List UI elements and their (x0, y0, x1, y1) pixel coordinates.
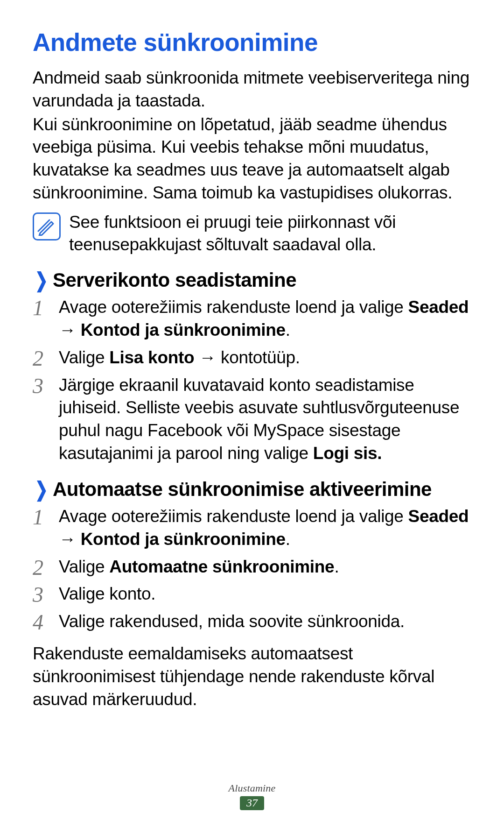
page-footer: Alustamine 37 (0, 782, 504, 810)
section-2-header: ❯ Automaatse sünkroonimise aktiveerimine (33, 478, 471, 501)
step-text: Valige konto. (59, 584, 155, 603)
bold-text: Lisa konto (109, 348, 194, 367)
note-callout: See funktsioon ei pruugi teie piirkonnas… (33, 211, 471, 256)
list-item: Järgige ekraanil kuvatavaid konto seadis… (33, 374, 471, 465)
list-item: Avage ooterežiimis rakenduste loend ja v… (33, 505, 471, 551)
step-text: Avage ooterežiimis rakenduste loend ja v… (59, 507, 408, 526)
step-text: . (286, 320, 290, 339)
step-text: . (286, 530, 290, 549)
bold-text: Seaded (408, 507, 469, 526)
page-title: Andmete sünkroonimine (33, 28, 471, 57)
list-item: Valige Lisa konto → kontotüüp. (33, 346, 471, 369)
note-text: See funktsioon ei pruugi teie piirkonnas… (69, 211, 471, 256)
arrow-text: → (59, 530, 81, 549)
step-text: Valige (59, 557, 109, 576)
arrow-text: → (194, 348, 221, 367)
list-item: Valige konto. (33, 583, 471, 606)
intro-paragraph-2: Kui sünkroonimine on lõpetatud, jääb sea… (33, 113, 471, 205)
section-2-steps: Avage ooterežiimis rakenduste loend ja v… (33, 505, 471, 633)
section-1-heading: Serverikonto seadistamine (53, 269, 296, 291)
intro-paragraph-1: Andmeid saab sünkroonida mitmete veebise… (33, 67, 471, 113)
step-text: Valige rakendused, mida soovite sünkroon… (59, 612, 405, 631)
chevron-right-icon: ❯ (35, 270, 48, 290)
step-text: kontotüüp. (221, 348, 300, 367)
bold-text: Kontod ja sünkroonimine (81, 530, 286, 549)
step-text: . (334, 557, 339, 576)
section-2-heading: Automaatse sünkroonimise aktiveerimine (53, 478, 432, 501)
list-item: Valige Automaatne sünkroonimine. (33, 556, 471, 579)
bold-text: Logi sis. (313, 444, 382, 463)
step-text: Avage ooterežiimis rakenduste loend ja v… (59, 297, 408, 317)
arrow-text: → (59, 320, 81, 339)
note-icon (33, 212, 61, 240)
outro-paragraph: Rakenduste eemaldamiseks automaatsest sü… (33, 643, 471, 711)
page-number-wrap: 37 (0, 796, 504, 810)
section-1-header: ❯ Serverikonto seadistamine (33, 269, 471, 291)
bold-text: Kontod ja sünkroonimine (81, 320, 286, 339)
list-item: Valige rakendused, mida soovite sünkroon… (33, 610, 471, 633)
page-number: 37 (240, 796, 264, 810)
step-text: Järgige ekraanil kuvatavaid konto seadis… (59, 375, 459, 463)
bold-text: Automaatne sünkroonimine (109, 557, 334, 576)
page: Andmete sünkroonimine Andmeid saab sünkr… (0, 0, 504, 827)
footer-section-label: Alustamine (0, 782, 504, 794)
list-item: Avage ooterežiimis rakenduste loend ja v… (33, 296, 471, 342)
step-text: Valige (59, 348, 109, 367)
section-1-steps: Avage ooterežiimis rakenduste loend ja v… (33, 296, 471, 465)
bold-text: Seaded (408, 297, 469, 317)
chevron-right-icon: ❯ (35, 479, 48, 500)
